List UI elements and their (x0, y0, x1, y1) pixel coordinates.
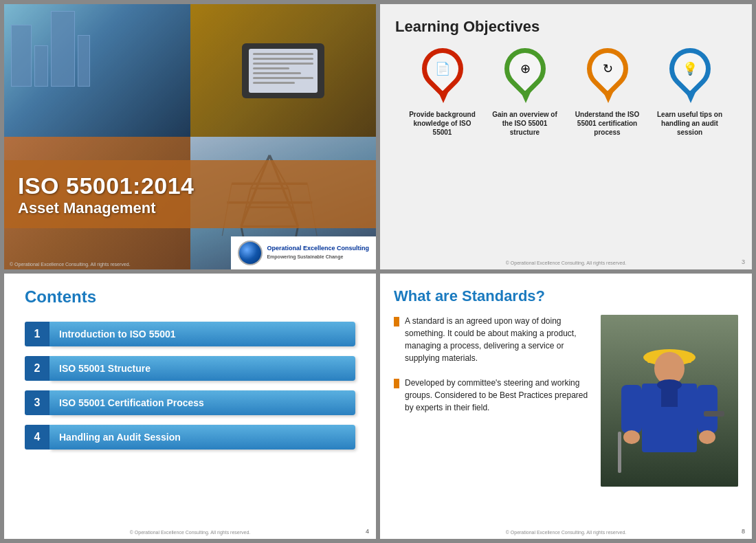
bullet-marker-1 (394, 317, 399, 326)
svg-rect-22 (697, 385, 718, 433)
slide-contents: Contents 1 Introduction to ISO 55001 2 I… (4, 274, 376, 539)
objective-item-3: ↻ Understand the ISO 55001 certification… (570, 48, 645, 137)
slide2-copyright: © Operational Excellence Consulting. All… (380, 261, 752, 265)
pin-circle-red: 📄 (413, 40, 471, 98)
content-label-2: ISO 55001 Structure (49, 356, 355, 381)
logo-text: Operational Excellence Consulting Empowe… (267, 245, 369, 261)
slide4-title: What are Standards? (394, 287, 738, 305)
bullet-text-2: Developed by committee's steering and wo… (405, 377, 591, 414)
title-overlay: ISO 55001:2014 Asset Management (4, 160, 376, 228)
slide1-copyright: © Operational Excellence Consulting. All… (10, 262, 131, 267)
pin-tail-blue (685, 91, 696, 103)
slide4-text-col: A standard is an agreed upon way of doin… (394, 315, 591, 487)
contents-list: 1 Introduction to ISO 55001 2 ISO 55001 … (25, 322, 355, 450)
objective-item-1: 📄 Provide background knowledge of ISO 55… (405, 48, 480, 137)
svg-rect-21 (621, 385, 642, 433)
pin-circle-orange: ↻ (578, 40, 636, 98)
objective-label-2: Gain an overview of the ISO 55001 struct… (487, 110, 563, 137)
refresh-icon: ↻ (602, 61, 612, 76)
content-num-2: 2 (25, 356, 49, 381)
pin-icon-blue: 💡 (666, 48, 714, 103)
content-item-1: 1 Introduction to ISO 55001 (25, 322, 355, 346)
content-label-1: Introduction to ISO 55001 (49, 322, 355, 346)
pin-circle-green: ⊕ (496, 40, 554, 98)
slide3-title: Contents (25, 287, 355, 307)
content-num-3: 3 (25, 390, 49, 415)
slide4-copyright: © Operational Excellence Consulting. All… (380, 530, 752, 535)
pin-inner-green: ⊕ (502, 46, 547, 91)
content-item-4: 4 Handling an Audit Session (25, 425, 355, 450)
pin-icon-orange: ↻ (583, 48, 632, 103)
worker-svg (601, 315, 738, 487)
collage-cell-laptop (190, 4, 377, 137)
content-num-1: 1 (25, 322, 49, 346)
objective-label-1: Provide background knowledge of ISO 5500… (405, 110, 480, 137)
svg-point-24 (699, 430, 715, 444)
pin-inner-orange: ↻ (585, 46, 630, 91)
pin-tail-green (520, 91, 531, 103)
slide4-page: 8 (742, 528, 745, 535)
slide4-worker-image (601, 315, 738, 487)
bullet-marker-2 (394, 379, 399, 388)
pin-circle-blue: 💡 (660, 40, 719, 98)
bg-collage (4, 4, 376, 269)
slide2-page: 3 (742, 258, 745, 265)
objective-item-2: ⊕ Gain an overview of the ISO 55001 stru… (487, 48, 563, 137)
bullet-text-1: A standard is an agreed upon way of doin… (405, 315, 591, 364)
slide3-copyright: © Operational Excellence Consulting. All… (4, 530, 376, 535)
pin-icon-green: ⊕ (501, 48, 549, 103)
bullet-item-2: Developed by committee's steering and wo… (394, 377, 591, 414)
slide-standards: What are Standards? A standard is an agr… (380, 274, 752, 539)
content-item-3: 3 ISO 55001 Certification Process (25, 390, 355, 415)
content-label-4: Handling an Audit Session (49, 425, 355, 450)
content-label-3: ISO 55001 Certification Process (49, 390, 355, 415)
objectives-list: 📄 Provide background knowledge of ISO 55… (395, 48, 737, 137)
pin-inner-red: 📄 (420, 46, 465, 91)
bullet-item-1: A standard is an agreed upon way of doin… (394, 315, 591, 364)
svg-point-23 (623, 430, 640, 444)
main-title: ISO 55001:2014 (18, 173, 362, 199)
content-num-4: 4 (25, 425, 49, 450)
pin-tail-orange (603, 91, 614, 103)
slide4-content: A standard is an agreed upon way of doin… (394, 315, 738, 487)
lightbulb-icon: 💡 (682, 61, 698, 76)
logo-bar: Operational Excellence Consulting Empowe… (231, 236, 376, 269)
slide2-title: Learning Objectives (395, 18, 737, 36)
network-icon: ⊕ (520, 61, 530, 76)
collage-cell-buildings (4, 4, 190, 137)
pin-icon-red: 📄 (419, 48, 467, 103)
svg-rect-25 (618, 432, 621, 473)
laptop-illustration (242, 43, 324, 98)
objective-item-4: 💡 Learn useful tips on handling an audit… (652, 48, 728, 137)
content-item-2: 2 ISO 55001 Structure (25, 356, 355, 381)
svg-rect-27 (661, 386, 678, 407)
logo-globe-icon (238, 241, 263, 265)
slide-title: ISO 55001:2014 Asset Management Operatio… (4, 4, 376, 269)
objective-label-3: Understand the ISO 55001 certification p… (570, 110, 645, 137)
slide-learning-objectives: Learning Objectives 📄 Provide background… (380, 4, 752, 269)
pin-inner-blue: 💡 (667, 46, 712, 91)
sub-title: Asset Management (18, 199, 362, 217)
slide3-page: 4 (366, 528, 369, 535)
svg-rect-26 (704, 411, 724, 417)
pin-tail-red (438, 91, 449, 103)
doc-icon: 📄 (435, 61, 450, 76)
objective-label-4: Learn useful tips on handling an audit s… (652, 110, 728, 137)
